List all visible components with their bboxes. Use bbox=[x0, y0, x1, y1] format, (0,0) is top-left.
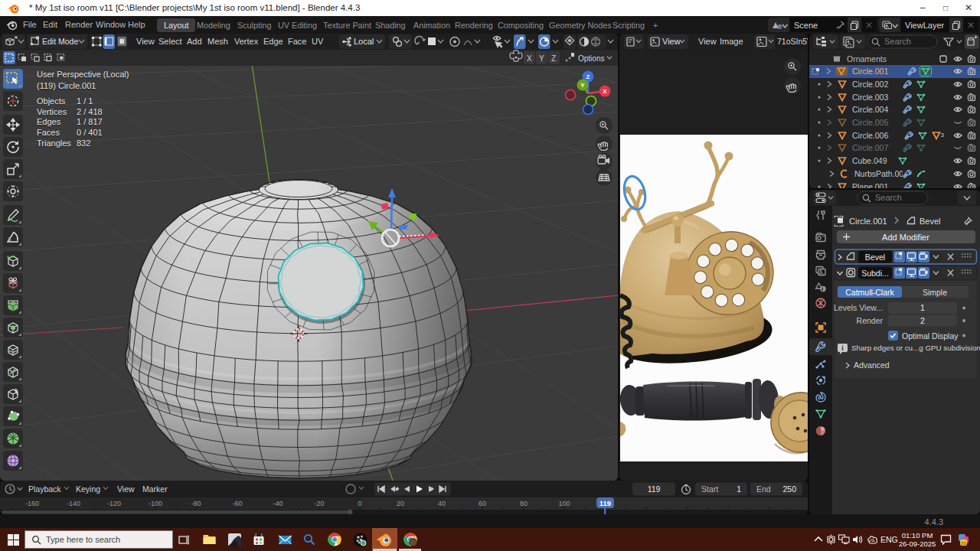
svg-text:Advanced: Advanced bbox=[854, 360, 890, 370]
svg-text:0: 0 bbox=[358, 500, 361, 507]
svg-text:365: 365 bbox=[961, 542, 967, 546]
svg-text:View: View bbox=[662, 37, 681, 46]
svg-text:71oSIn5V: 71oSIn5V bbox=[777, 37, 808, 46]
svg-text:Image: Image bbox=[720, 37, 743, 46]
svg-text:Levels View...: Levels View... bbox=[834, 303, 883, 312]
svg-text:Edge: Edge bbox=[263, 37, 283, 46]
svg-text:Select: Select bbox=[158, 37, 182, 46]
svg-text:Vertex: Vertex bbox=[234, 37, 259, 46]
svg-text:Z: Z bbox=[551, 54, 556, 63]
svg-text:Subdi...: Subdi... bbox=[861, 269, 889, 278]
svg-text:119: 119 bbox=[599, 499, 611, 507]
svg-text:Mesh: Mesh bbox=[207, 37, 228, 46]
svg-text:Render: Render bbox=[857, 316, 884, 325]
svg-text:119: 119 bbox=[648, 484, 661, 494]
svg-text:Catmull-Clark: Catmull-Clark bbox=[845, 288, 894, 297]
svg-text:X: X bbox=[527, 54, 532, 63]
svg-text:-40: -40 bbox=[273, 500, 283, 507]
svg-text:Simple: Simple bbox=[923, 288, 947, 297]
svg-text:UV: UV bbox=[312, 37, 324, 46]
svg-text:20: 20 bbox=[397, 500, 404, 507]
svg-text:-140: -140 bbox=[67, 500, 80, 507]
svg-text:End: End bbox=[756, 484, 771, 494]
svg-text:Start: Start bbox=[701, 484, 718, 494]
svg-text:250: 250 bbox=[782, 484, 796, 494]
svg-text:80: 80 bbox=[520, 500, 528, 507]
svg-text:1: 1 bbox=[920, 303, 925, 312]
svg-text:Circle.001: Circle.001 bbox=[849, 217, 887, 226]
svg-text:-100: -100 bbox=[149, 500, 162, 507]
svg-text:Bevel: Bevel bbox=[920, 217, 941, 226]
svg-text:Z: Z bbox=[586, 73, 590, 80]
svg-text:2: 2 bbox=[920, 316, 925, 325]
svg-text:Face: Face bbox=[288, 37, 306, 46]
svg-text:i: i bbox=[841, 344, 844, 352]
svg-text:Options: Options bbox=[578, 54, 604, 63]
svg-text:Add Modifier: Add Modifier bbox=[882, 233, 929, 242]
svg-text:1: 1 bbox=[737, 484, 741, 494]
svg-text:Y: Y bbox=[580, 82, 585, 89]
svg-text:-80: -80 bbox=[191, 500, 201, 507]
svg-text:Search: Search bbox=[875, 193, 902, 202]
svg-text:-20: -20 bbox=[314, 500, 324, 507]
svg-text:Playback: Playback bbox=[28, 484, 61, 494]
svg-text:X: X bbox=[603, 88, 607, 95]
svg-text:Y: Y bbox=[539, 54, 544, 63]
svg-text:Keying: Keying bbox=[76, 484, 100, 494]
svg-text:View: View bbox=[136, 37, 155, 46]
svg-text:Bevel: Bevel bbox=[865, 253, 885, 262]
svg-text:-160: -160 bbox=[25, 500, 39, 507]
svg-text:View: View bbox=[698, 37, 717, 46]
svg-text:View: View bbox=[117, 484, 135, 494]
svg-text:Sharp edges or cu...g GPU subd: Sharp edges or cu...g GPU subdivision bbox=[851, 344, 980, 352]
svg-text:-60: -60 bbox=[232, 500, 242, 507]
svg-text:60: 60 bbox=[479, 500, 486, 507]
svg-text:40: 40 bbox=[438, 500, 446, 507]
svg-text:Add: Add bbox=[187, 37, 202, 46]
svg-text:100: 100 bbox=[558, 500, 570, 507]
svg-text:Optimal Display: Optimal Display bbox=[902, 331, 959, 341]
svg-text:Search: Search bbox=[884, 37, 911, 46]
svg-text:Marker: Marker bbox=[142, 484, 168, 494]
svg-text:-120: -120 bbox=[107, 500, 121, 507]
svg-text:Edit Mode: Edit Mode bbox=[42, 37, 78, 46]
svg-text:Local: Local bbox=[354, 37, 374, 46]
